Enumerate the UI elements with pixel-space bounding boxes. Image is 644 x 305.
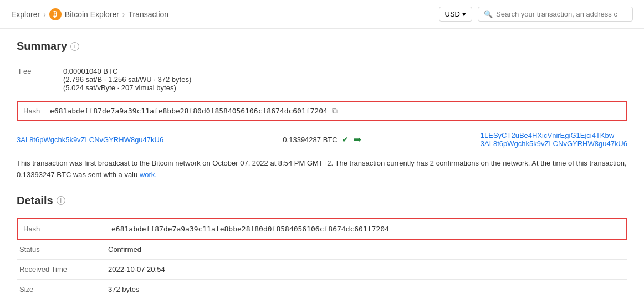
- tx-flow: 3AL8t6pWgchk5k9vZLCNvGYRHW8gu47kU6 0.133…: [17, 129, 627, 150]
- details-hash-label: Hash: [17, 219, 106, 239]
- details-heading: Details i: [17, 194, 627, 207]
- tx-description-text: This transaction was first broadcast to …: [17, 159, 627, 179]
- fee-label: Fee: [17, 64, 61, 95]
- summary-title: Summary: [17, 40, 67, 53]
- tx-flow-center: 0.13394287 BTC ✔ ➡: [283, 133, 361, 146]
- hash-value: e681abdeff87de7a9a39c11afe8bbe28f80d0f85…: [50, 107, 328, 115]
- details-table: Hash e681abdeff87de7a9a39c11afe8bbe28f80…: [17, 218, 627, 299]
- details-info-icon[interactable]: i: [57, 196, 65, 205]
- details-status-row: Status Confirmed: [17, 239, 627, 260]
- tx-flow-to: 1LESyCT2uBe4HXicVnirEgiG1Ejci4TKbw 3AL8t…: [481, 131, 627, 148]
- summary-hash-row: Hash e681abdeff87de7a9a39c11afe8bbe28f80…: [17, 101, 627, 121]
- details-hash-value: e681abdeff87de7a9a39c11afe8bbe28f80d0f85…: [106, 219, 627, 239]
- details-hash-row: Hash e681abdeff87de7a9a39c11afe8bbe28f80…: [17, 219, 627, 239]
- details-status-label: Status: [17, 239, 106, 260]
- summary-info-icon[interactable]: i: [70, 42, 79, 51]
- details-status-value: Confirmed: [106, 239, 627, 260]
- breadcrumb-bitcoin-explorer[interactable]: Bitcoin Explorer: [65, 10, 119, 19]
- breadcrumb-current-page: Transaction: [129, 10, 169, 19]
- chevron-down-icon: ▾: [462, 10, 466, 18]
- to-address-1-link[interactable]: 1LESyCT2uBe4HXicVnirEgiG1Ejci4TKbw: [481, 131, 627, 139]
- to-address-2-link[interactable]: 3AL8t6pWgchk5k9vZLCNvGYRHW8gu47kU6: [481, 139, 627, 148]
- from-address-link[interactable]: 3AL8t6pWgchk5k9vZLCNvGYRHW8gu47kU6: [17, 136, 163, 144]
- breadcrumb-sep-2: ›: [122, 10, 125, 19]
- breadcrumb-explorer[interactable]: Explorer: [11, 10, 40, 19]
- details-received-time-value: 2022-10-07 20:54: [106, 259, 627, 279]
- tx-amount: 0.13394287 BTC: [283, 136, 337, 144]
- page-header: Explorer › ₿ Bitcoin Explorer › Transact…: [0, 0, 644, 29]
- details-size-row: Size 372 bytes: [17, 279, 627, 299]
- breadcrumb-sep-1: ›: [43, 10, 46, 19]
- breadcrumb: Explorer › ₿ Bitcoin Explorer › Transact…: [11, 8, 168, 20]
- search-box[interactable]: 🔍: [478, 7, 633, 22]
- summary-heading: Summary i: [17, 40, 627, 53]
- details-size-value: 372 bytes: [106, 279, 627, 299]
- hash-label: Hash: [23, 107, 45, 115]
- btc-confirm-icon: ✔: [342, 135, 349, 144]
- header-right: USD ▾ 🔍: [439, 7, 633, 22]
- tx-flow-from: 3AL8t6pWgchk5k9vZLCNvGYRHW8gu47kU6: [17, 136, 163, 144]
- arrow-right-icon: ➡: [353, 133, 361, 146]
- details-title: Details: [17, 194, 53, 207]
- tx-description-link[interactable]: work.: [140, 170, 157, 179]
- copy-icon[interactable]: ⧉: [332, 106, 338, 116]
- currency-dropdown[interactable]: USD ▾: [439, 7, 472, 22]
- details-size-label: Size: [17, 279, 106, 299]
- summary-fee-table: Fee 0.00001040 BTC (2.796 sat/B · 1.256 …: [17, 64, 627, 95]
- bitcoin-logo-icon: ₿: [49, 8, 62, 20]
- details-received-time-row: Received Time 2022-10-07 20:54: [17, 259, 627, 279]
- page-content: Summary i Fee 0.00001040 BTC (2.796 sat/…: [0, 29, 644, 305]
- fee-value: 0.00001040 BTC (2.796 sat/B · 1.256 sat/…: [61, 64, 627, 95]
- fee-row: Fee 0.00001040 BTC (2.796 sat/B · 1.256 …: [17, 64, 627, 95]
- search-icon: 🔍: [484, 10, 493, 18]
- currency-label: USD: [445, 10, 460, 18]
- tx-description: This transaction was first broadcast to …: [17, 158, 627, 181]
- search-input[interactable]: [496, 10, 627, 18]
- details-received-time-label: Received Time: [17, 259, 106, 279]
